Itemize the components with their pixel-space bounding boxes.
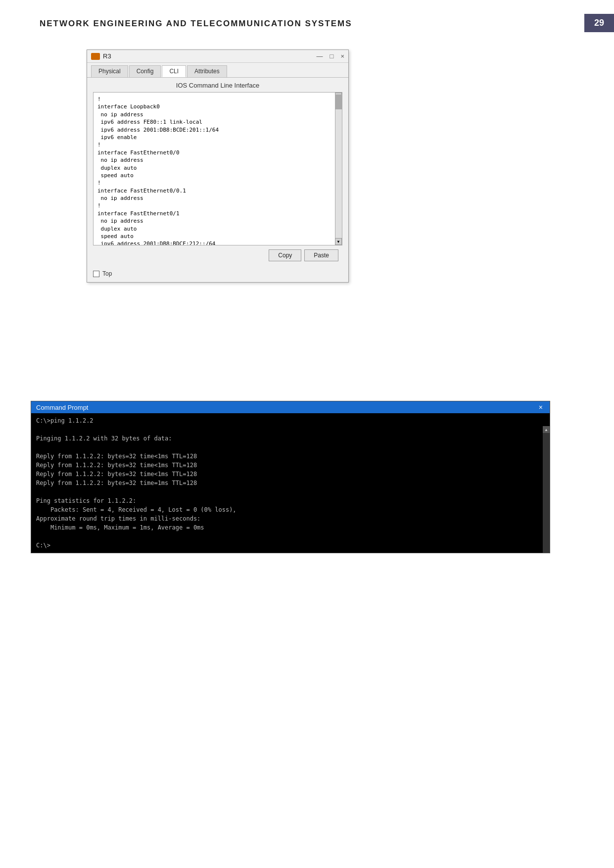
cli-title: IOS Command Line Interface bbox=[93, 82, 342, 89]
top-checkbox[interactable] bbox=[93, 271, 99, 277]
r3-title-area: R3 bbox=[91, 52, 111, 60]
paste-button[interactable]: Paste bbox=[304, 249, 338, 261]
r3-titlebar: R3 — □ × bbox=[87, 50, 348, 63]
cmd-output: C:\>ping 1.1.2.2 Pinging 1.1.2.2 with 32… bbox=[36, 416, 545, 550]
r3-body: IOS Command Line Interface ! interface L… bbox=[87, 78, 348, 268]
page-title: NETWORK ENGINEERING AND TELECOMMUNICATIO… bbox=[40, 19, 352, 29]
tab-cli[interactable]: CLI bbox=[162, 65, 186, 77]
cmd-body-container: C:\>ping 1.1.2.2 Pinging 1.1.2.2 with 32… bbox=[31, 413, 550, 553]
r3-window-controls: — □ × bbox=[317, 52, 344, 60]
cmd-window: Command Prompt × C:\>ping 1.1.2.2 Pingin… bbox=[31, 401, 550, 553]
r3-action-buttons: Copy Paste bbox=[93, 245, 342, 264]
scrollbar-thumb[interactable] bbox=[335, 95, 342, 109]
page-number: 29 bbox=[584, 14, 614, 32]
tab-attributes[interactable]: Attributes bbox=[187, 65, 227, 77]
cmd-body[interactable]: C:\>ping 1.1.2.2 Pinging 1.1.2.2 with 32… bbox=[31, 413, 550, 553]
close-button[interactable]: × bbox=[340, 52, 344, 60]
top-label: Top bbox=[102, 270, 112, 277]
cli-scrollbar[interactable]: ▲ ▼ bbox=[335, 93, 342, 245]
scrollbar-arrow-down[interactable]: ▼ bbox=[335, 238, 342, 245]
r3-title-label: R3 bbox=[103, 52, 111, 60]
minimize-button[interactable]: — bbox=[317, 52, 323, 60]
r3-tabs: Physical Config CLI Attributes bbox=[87, 63, 348, 78]
router-icon bbox=[91, 53, 100, 60]
restore-button[interactable]: □ bbox=[330, 52, 334, 60]
r3-checkbox-row: Top bbox=[87, 268, 348, 282]
cmd-scroll-up[interactable]: ▲ bbox=[543, 426, 550, 433]
copy-button[interactable]: Copy bbox=[269, 249, 301, 261]
r3-window: R3 — □ × Physical Config CLI Attributes … bbox=[87, 49, 349, 283]
cmd-scrollbar[interactable]: ▲ bbox=[543, 426, 550, 553]
tab-config[interactable]: Config bbox=[129, 65, 161, 77]
tab-physical[interactable]: Physical bbox=[91, 65, 128, 77]
cmd-titlebar: Command Prompt × bbox=[31, 401, 550, 413]
cli-terminal[interactable]: ! interface Loopback0 no ip address ipv6… bbox=[93, 92, 342, 245]
cmd-close-button[interactable]: × bbox=[537, 403, 545, 411]
cmd-title-label: Command Prompt bbox=[36, 404, 88, 411]
cli-output: ! interface Loopback0 no ip address ipv6… bbox=[97, 96, 331, 245]
